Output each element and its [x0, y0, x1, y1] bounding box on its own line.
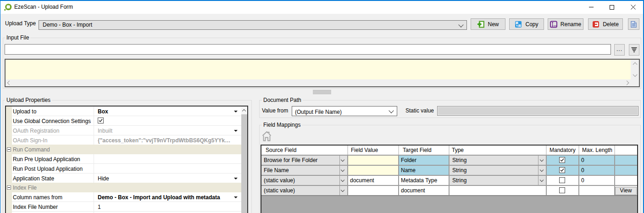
svg-text:1: 1	[516, 22, 518, 24]
svg-text:2: 2	[519, 24, 521, 27]
